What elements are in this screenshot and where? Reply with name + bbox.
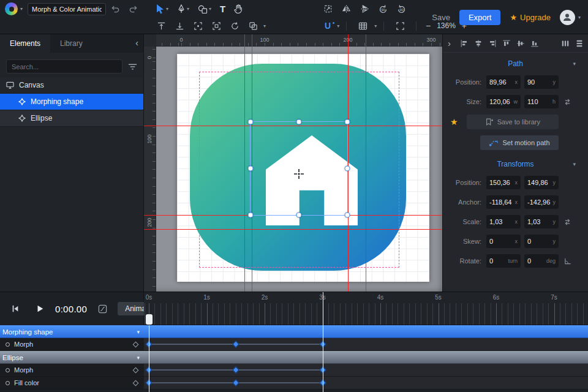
track-lane[interactable] <box>144 338 588 351</box>
flip-vertical-icon[interactable] <box>357 2 372 16</box>
flip-horizontal-icon[interactable] <box>339 2 353 16</box>
tab-library[interactable]: Library <box>50 34 92 53</box>
crop-icon[interactable] <box>209 19 224 32</box>
filter-list-icon[interactable] <box>128 63 137 70</box>
selection-handle[interactable] <box>248 119 254 125</box>
timeline-track-ellipse[interactable]: Ellipse▾ <box>0 351 588 364</box>
select-tool[interactable]: ▾ <box>151 2 173 17</box>
selection-handle[interactable] <box>296 213 302 218</box>
transforms-section-header[interactable]: Transforms ▾ <box>443 160 588 168</box>
timeline-track-morph[interactable]: Morph <box>0 364 588 377</box>
track-label-cell[interactable]: Morph <box>0 338 144 351</box>
search-input[interactable] <box>6 59 123 74</box>
transform-anchor-icon[interactable] <box>293 168 304 179</box>
tab-elements[interactable]: Elements <box>0 34 50 53</box>
track-lane[interactable] <box>144 377 588 390</box>
link-icon[interactable] <box>562 217 572 227</box>
export-button[interactable]: Export <box>459 10 501 25</box>
number-input[interactable]: 0x <box>486 235 521 248</box>
playhead-handle[interactable] <box>146 314 153 325</box>
distribute-vertical-icon[interactable] <box>575 39 584 48</box>
track-label-cell[interactable]: Ellipse▾ <box>0 351 144 364</box>
selection-handle[interactable] <box>296 119 302 125</box>
skip-to-start-button[interactable] <box>8 302 23 315</box>
animation-end-marker[interactable] <box>323 292 323 392</box>
favorite-star-icon[interactable]: ★ <box>450 117 458 127</box>
undo-button[interactable] <box>108 2 123 16</box>
selection-handle[interactable] <box>345 166 350 172</box>
keyframe-diamond[interactable] <box>232 366 239 373</box>
number-input[interactable]: -142,96y <box>524 195 559 209</box>
angle-icon[interactable] <box>562 256 572 266</box>
track-lane[interactable] <box>144 364 588 377</box>
track-lane[interactable] <box>144 325 588 338</box>
union-tool[interactable]: U <box>325 21 331 31</box>
pen-tool[interactable]: ▾ <box>173 2 194 17</box>
speed-curve-icon[interactable] <box>95 302 110 315</box>
chevron-down-icon[interactable]: ▾ <box>137 355 140 361</box>
layer-row-morphing-shape[interactable]: Morphing shape <box>0 94 143 110</box>
selection-handle[interactable] <box>345 213 350 218</box>
timeline-track-morph[interactable]: Morph <box>0 338 588 351</box>
align-left-icon[interactable] <box>460 39 469 48</box>
track-label-cell[interactable]: Morphing shape▾ <box>0 325 144 338</box>
align-bottom-icon[interactable] <box>172 19 187 32</box>
size-w-input[interactable]: 120,06w <box>486 95 521 108</box>
number-input[interactable]: 1,03x <box>486 215 521 228</box>
selection-handle[interactable] <box>248 213 254 218</box>
keyframe-diamond[interactable] <box>232 341 239 347</box>
track-lane[interactable] <box>144 351 588 364</box>
text-tool[interactable]: T <box>216 2 230 17</box>
grid-view-icon[interactable] <box>355 19 370 32</box>
number-input[interactable]: 0turn <box>486 254 521 268</box>
account-menu[interactable]: ▾ <box>560 10 581 25</box>
resize-icon[interactable] <box>320 2 335 16</box>
collapse-left-panel-button[interactable]: ‹ <box>135 38 138 47</box>
fit-selection-icon[interactable] <box>190 19 205 32</box>
selection-handle[interactable] <box>345 119 350 125</box>
align-top-icon[interactable] <box>154 19 168 32</box>
position-x-input[interactable]: 89,96x <box>486 75 521 89</box>
number-input[interactable]: 150,36x <box>486 176 521 189</box>
position-y-input[interactable]: 90y <box>524 75 559 89</box>
redo-button[interactable] <box>126 2 141 16</box>
number-input[interactable]: 1,03y <box>524 215 559 228</box>
boolean-group-icon[interactable] <box>246 19 260 32</box>
align-middle-icon[interactable] <box>516 39 525 48</box>
layer-row-ellipse[interactable]: Ellipse <box>0 110 143 127</box>
hand-tool[interactable] <box>230 2 246 17</box>
number-input[interactable]: 0deg <box>524 254 559 268</box>
align-center-horizontal-icon[interactable] <box>474 39 483 48</box>
path-section-header[interactable]: Path ▾ <box>443 59 588 68</box>
timeline-track-morphing-shape[interactable]: Morphing shape▾ <box>0 325 588 338</box>
number-input[interactable]: -118,64x <box>486 195 521 209</box>
shapes-tool[interactable]: ▾ <box>194 2 216 17</box>
number-input[interactable]: 149,86y <box>524 176 559 189</box>
link-dimensions-icon[interactable] <box>562 97 572 107</box>
add-keyframe-icon[interactable] <box>133 367 139 373</box>
play-button[interactable] <box>32 302 47 315</box>
add-keyframe-icon[interactable] <box>133 380 139 386</box>
selection-handle[interactable] <box>248 166 254 172</box>
set-motion-path-button[interactable]: Set motion path <box>480 135 559 150</box>
distribute-horizontal-icon[interactable] <box>561 39 570 48</box>
rotate-ccw-90-icon[interactable]: 90 <box>375 2 390 16</box>
chevron-down-icon[interactable]: ▾ <box>137 329 140 335</box>
canvas-viewport[interactable] <box>156 47 442 292</box>
align-bottom-icon[interactable] <box>530 39 539 48</box>
layer-row-canvas[interactable]: Canvas <box>0 77 143 94</box>
track-label-cell[interactable]: Fill color <box>0 377 144 390</box>
project-title-input[interactable] <box>28 3 106 15</box>
align-top-icon[interactable] <box>502 39 511 48</box>
rotate-cw-90-icon[interactable]: 90 <box>394 2 409 16</box>
timeline-track-fill-color[interactable]: Fill color <box>0 377 588 390</box>
collapse-right-panel-button[interactable]: › <box>448 39 451 48</box>
save-to-library-button[interactable]: Save to library <box>467 115 559 129</box>
timeline-ruler[interactable]: 0s1s2s3s4s5s6s7s <box>144 292 588 325</box>
align-right-icon[interactable] <box>488 39 497 48</box>
keyframe-diamond[interactable] <box>232 379 239 386</box>
number-input[interactable]: 0y <box>524 235 559 248</box>
track-label-cell[interactable]: Morph <box>0 364 144 377</box>
save-button[interactable]: Save <box>432 13 450 22</box>
playhead-line[interactable] <box>149 325 149 392</box>
